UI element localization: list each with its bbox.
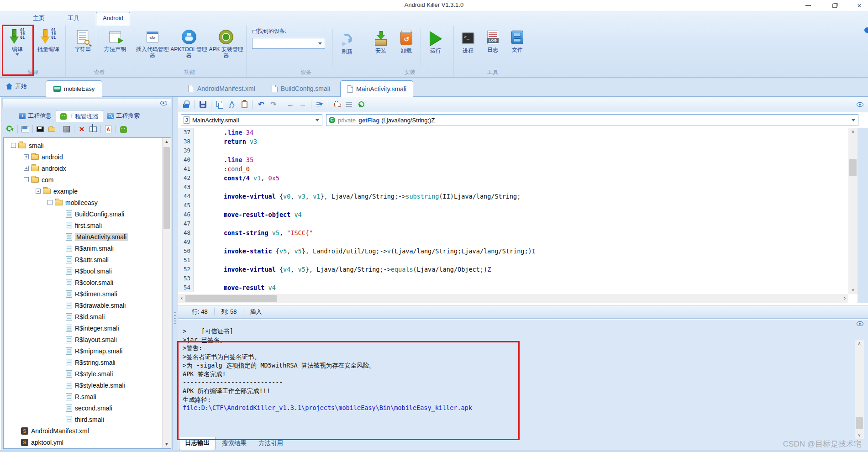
tab-project-manager[interactable]: 工程管理器: [56, 110, 103, 122]
editor-tab-androidmanifest[interactable]: AndroidManifest.xml: [182, 80, 262, 97]
cut-button[interactable]: [228, 100, 236, 109]
scroll-left-icon[interactable]: ‹: [178, 294, 185, 303]
lock-button[interactable]: [182, 100, 190, 109]
code-editor[interactable]: 37.line 3438return v33940.line 3541:cond…: [178, 128, 848, 294]
tree-item[interactable]: R$attr.smali: [4, 254, 162, 265]
tab-project-info[interactable]: i 工程信息: [15, 110, 56, 122]
scroll-down-icon[interactable]: ▼: [163, 441, 171, 448]
apk-install-manager-button[interactable]: APK 安装管理器: [208, 26, 244, 69]
output-scrollbar[interactable]: ∧ ∨: [855, 340, 864, 439]
scroll-up-icon[interactable]: ∧: [848, 128, 857, 136]
tree-item[interactable]: R$mipmap.smali: [4, 345, 162, 357]
scroll-down-icon[interactable]: ∨: [855, 431, 864, 439]
tree-item[interactable]: second.smali: [4, 402, 162, 414]
tree-item[interactable]: R$layout.smali: [4, 334, 162, 345]
tree-screenshot-button[interactable]: [21, 125, 29, 133]
tree-item[interactable]: R$integer.smali: [4, 322, 162, 334]
tree-item[interactable]: third.smali: [4, 414, 162, 425]
tree-refresh-button[interactable]: [6, 125, 14, 133]
tree-scrollbar-thumb[interactable]: [163, 147, 170, 229]
tree-item[interactable]: -mobileeasy: [4, 197, 162, 208]
close-button[interactable]: ×: [853, 1, 865, 10]
scroll-down-icon[interactable]: ∨: [848, 286, 857, 294]
editor-tab-mainactivity[interactable]: MainActivity.smali: [340, 80, 413, 97]
tree-frame-button[interactable]: [36, 125, 44, 133]
file-select[interactable]: J MainActivity.smali: [181, 114, 322, 126]
tree-item[interactable]: R$style.smali: [4, 368, 162, 379]
tree-item[interactable]: R$string.smali: [4, 357, 162, 368]
tree-android-button[interactable]: [119, 125, 127, 133]
insert-code-manager-button[interactable]: </> 插入代码管理器: [135, 26, 170, 69]
process-button[interactable]: >_ 进程: [456, 26, 480, 69]
tab-start[interactable]: 开始: [5, 82, 27, 90]
tree-rename-button[interactable]: [89, 125, 97, 133]
install-button[interactable]: 安装: [368, 26, 394, 69]
eye-icon[interactable]: [857, 102, 863, 107]
apktool-manager-button[interactable]: APKTOOL管理器: [170, 26, 208, 69]
help-icon[interactable]: [863, 26, 868, 34]
tree-folder-search-button[interactable]: [47, 125, 56, 133]
maximize-button[interactable]: [829, 1, 841, 10]
tab-project-mobileeasy[interactable]: mobileEasy: [46, 80, 102, 97]
paste-button[interactable]: [240, 100, 248, 109]
tree-package-button[interactable]: [63, 125, 71, 133]
save-button[interactable]: [199, 100, 207, 109]
expand-icon[interactable]: +: [24, 166, 29, 171]
log-button[interactable]: LOG 日志: [480, 26, 505, 69]
log-output-path-link[interactable]: file:D:\CTF\AndroidKiller_v1.3.1\project…: [183, 404, 852, 412]
batch-compile-button[interactable]: 01 10 01 批量编译: [34, 26, 63, 69]
collapse-icon[interactable]: -: [24, 177, 29, 182]
tree-item[interactable]: BuildConfig.smali: [4, 208, 162, 220]
tree-item[interactable]: -example: [4, 185, 162, 197]
collapse-icon[interactable]: -: [11, 143, 16, 148]
tab-search-results[interactable]: 搜索结果: [216, 437, 252, 450]
tree-item[interactable]: R$bool.smali: [4, 265, 162, 277]
collapse-icon[interactable]: -: [36, 189, 41, 194]
scroll-up-icon[interactable]: ∧: [855, 340, 864, 347]
run-button[interactable]: 运行: [421, 26, 450, 69]
tree-item[interactable]: -com: [4, 174, 162, 185]
scroll-right-icon[interactable]: ›: [841, 294, 848, 303]
tree-document-a-button[interactable]: A: [104, 125, 112, 133]
uninstall-button[interactable]: ↺ 卸载: [394, 26, 419, 69]
output-scrollbar-thumb[interactable]: [856, 417, 863, 429]
tree-item[interactable]: R$anim.smali: [4, 242, 162, 254]
tree-item[interactable]: Sapktool.yml: [4, 436, 162, 448]
copy-button[interactable]: [216, 100, 224, 109]
format-code-button[interactable]: [316, 100, 324, 109]
tree-item[interactable]: R$dimen.smali: [4, 288, 162, 300]
files-button[interactable]: 文件: [505, 26, 530, 69]
code-vscrollbar-thumb[interactable]: [849, 159, 857, 176]
history-button[interactable]: [357, 100, 365, 109]
line-wrap-button[interactable]: [345, 100, 353, 109]
code-horizontal-scrollbar[interactable]: ‹ ›: [178, 294, 848, 303]
tree-item[interactable]: R$drawable.smali: [4, 300, 162, 311]
eye-icon[interactable]: [160, 101, 167, 105]
tree-item[interactable]: SAndroidManifest.xml: [4, 425, 162, 436]
java-view-button[interactable]: [332, 100, 341, 109]
strings-button[interactable]: 字符串: [68, 26, 98, 69]
tree-scrollbar[interactable]: ▲ ▼: [162, 138, 171, 448]
tree-item[interactable]: -smali: [4, 140, 162, 151]
ribbon-tab-home[interactable]: 主页: [26, 12, 51, 26]
navigate-forward-button[interactable]: →: [299, 100, 307, 109]
panel-splitter[interactable]: [173, 97, 178, 451]
ribbon-tab-tools[interactable]: 工具: [61, 12, 86, 26]
device-select[interactable]: [252, 38, 325, 49]
eye-icon[interactable]: [857, 321, 863, 326]
tree-item[interactable]: +androidx: [4, 163, 162, 174]
tree-item[interactable]: R$color.smali: [4, 277, 162, 288]
editor-tab-buildconfig[interactable]: BuildConfig.smali: [265, 80, 337, 97]
scroll-up-icon[interactable]: ▲: [163, 138, 171, 146]
minimize-button[interactable]: [802, 1, 814, 10]
tab-method-references[interactable]: 方法引用: [253, 437, 289, 450]
undo-button[interactable]: ↶: [257, 100, 265, 109]
method-decl-button[interactable]: 方法声明: [100, 26, 130, 69]
tab-project-search[interactable]: 工程搜索: [103, 110, 144, 122]
code-hscrollbar-thumb[interactable]: [185, 295, 277, 302]
tree-item[interactable]: R$id.smali: [4, 311, 162, 322]
tree-item[interactable]: MainActivity.smali: [4, 231, 162, 242]
tree-delete-button[interactable]: ×: [78, 125, 86, 133]
tab-log-output[interactable]: 日志输出: [179, 437, 216, 450]
code-vertical-scrollbar[interactable]: ∧ ∨: [848, 128, 857, 294]
